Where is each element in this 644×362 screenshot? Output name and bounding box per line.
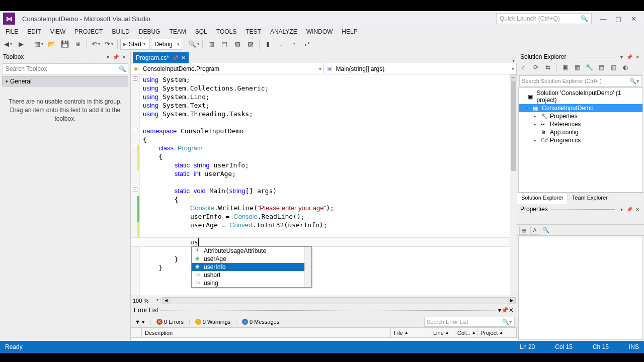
intellisense-item-selected[interactable]: ◉userInfo: [192, 263, 311, 271]
code-editor[interactable]: − − − − using System; using System.Colle…: [131, 74, 517, 296]
close-icon[interactable]: ✕: [120, 53, 127, 60]
maximize-button[interactable]: ▢: [611, 13, 626, 24]
pin-icon[interactable]: 📌: [626, 53, 633, 60]
chevron-down-icon[interactable]: ▾: [618, 53, 625, 60]
pin-icon[interactable]: 📌: [626, 206, 633, 213]
sync-icon[interactable]: ⇆: [543, 64, 552, 73]
close-icon[interactable]: ✕: [509, 307, 514, 314]
menu-window[interactable]: WINDOW: [302, 27, 338, 37]
fold-icon[interactable]: −: [133, 128, 137, 132]
toolbar-btn-4[interactable]: ▨: [245, 38, 257, 50]
toolbar-btn-6[interactable]: ↓: [275, 38, 287, 50]
toolbox-group-general[interactable]: ▾General: [2, 76, 128, 86]
split-editor-button[interactable]: ÷: [510, 74, 517, 81]
menu-tools[interactable]: TOOLS: [212, 27, 241, 37]
col-file[interactable]: File ▲: [391, 328, 430, 337]
chevron-down-icon[interactable]: ▾: [618, 206, 625, 213]
close-icon[interactable]: ✕: [181, 55, 186, 61]
tree-item-properties[interactable]: ▸🔧Properties: [519, 112, 642, 120]
new-project-button[interactable]: ▦: [33, 38, 45, 50]
save-button[interactable]: 💾: [59, 38, 71, 50]
toolbar-btn-2[interactable]: ▤: [218, 38, 230, 50]
close-button[interactable]: ✕: [626, 13, 641, 24]
intellisense-scrollbar[interactable]: [304, 247, 311, 287]
pin-icon[interactable]: 📌: [112, 53, 119, 60]
menu-debug[interactable]: DEBUG: [134, 27, 165, 37]
menu-test[interactable]: TEST: [241, 27, 266, 37]
tab-team-explorer[interactable]: Team Explorer: [568, 193, 612, 204]
collapse-icon[interactable]: ▣: [560, 64, 570, 73]
intellisense-item[interactable]: ▭using: [192, 279, 311, 287]
undo-button[interactable]: ↶: [90, 38, 102, 50]
properties-grid[interactable]: [518, 237, 643, 340]
pin-icon[interactable]: 📌: [501, 307, 509, 314]
messages-toggle[interactable]: i0 Messages: [240, 318, 281, 326]
properties-icon[interactable]: 🔧: [585, 64, 594, 73]
toolbar-btn-3[interactable]: ▧: [231, 38, 244, 50]
toolbar-btn-7[interactable]: ↑: [288, 38, 300, 50]
home-icon[interactable]: ⌂: [519, 64, 528, 73]
solution-search[interactable]: Search Solution Explorer (Ctrl+;)🔍▾: [519, 75, 642, 86]
menu-sql[interactable]: SQL: [191, 27, 212, 37]
tree-item-appconfig[interactable]: 🗎App.config: [519, 128, 642, 136]
menu-edit[interactable]: EDIT: [23, 27, 45, 37]
tree-item-programcs[interactable]: ▸C#Program.cs: [519, 136, 642, 144]
props-search-icon[interactable]: 🔍: [541, 226, 550, 235]
type-nav-dropdown[interactable]: ◆ConsoleInputDemo.Program: [131, 63, 324, 74]
refresh-icon[interactable]: ⟳: [531, 64, 540, 73]
zoom-select[interactable]: 100 %: [131, 298, 161, 304]
col-line[interactable]: Line ▲: [430, 328, 454, 337]
menu-view[interactable]: VIEW: [46, 27, 70, 37]
col-icon[interactable]: [131, 328, 142, 337]
toolbox-search-input[interactable]: [3, 65, 117, 72]
fold-icon[interactable]: −: [133, 188, 137, 192]
errorlist-search[interactable]: Search Error List🔍▾: [424, 317, 515, 327]
chevron-down-icon[interactable]: ▾: [104, 53, 111, 60]
start-debug-button[interactable]: ▶Start▾: [120, 39, 150, 50]
solution-tree[interactable]: ▣Solution 'ConsoleInputDemo' (1 project)…: [518, 87, 643, 193]
doc-tab-program[interactable]: Program.cs* 📌 ✕: [133, 52, 189, 63]
open-file-button[interactable]: 📂: [46, 38, 58, 50]
fold-icon[interactable]: −: [133, 76, 137, 81]
col-column[interactable]: Col... ▲: [454, 328, 477, 337]
nav-forward-button[interactable]: ▶: [15, 38, 27, 50]
alphabetical-button[interactable]: A: [530, 226, 539, 235]
member-nav-dropdown[interactable]: ▣Main(string[] args): [324, 63, 517, 74]
intellisense-item[interactable]: ▭ushort: [192, 271, 311, 279]
intellisense-item[interactable]: ◉userAge: [192, 255, 311, 263]
toolbar-btn-5[interactable]: ▮: [262, 38, 274, 50]
warnings-toggle[interactable]: !0 Warnings: [193, 318, 232, 326]
horizontal-scrollbar[interactable]: ◀▶: [162, 297, 516, 304]
tab-solution-explorer[interactable]: Solution Explorer: [517, 193, 568, 204]
scope-icon[interactable]: ◐: [621, 64, 630, 73]
menu-build[interactable]: BUILD: [107, 27, 134, 37]
solution-node[interactable]: ▣Solution 'ConsoleInputDemo' (1 project): [519, 89, 642, 104]
menu-file[interactable]: FILE: [1, 27, 23, 37]
menu-analyze[interactable]: ANALYZE: [266, 27, 302, 37]
menu-project[interactable]: PROJECT: [70, 27, 107, 37]
save-all-button[interactable]: 🗎: [72, 38, 84, 50]
menu-help[interactable]: HELP: [337, 27, 362, 37]
tab-overflow-button[interactable]: ▾: [510, 58, 517, 63]
find-button[interactable]: 🔍: [188, 38, 200, 50]
fold-icon[interactable]: −: [133, 145, 137, 149]
close-icon[interactable]: ✕: [634, 53, 641, 60]
tree-item-references[interactable]: ▸▪▪References: [519, 120, 642, 128]
close-icon[interactable]: ✕: [634, 206, 641, 213]
config-select[interactable]: Debug: [151, 39, 182, 50]
quick-launch-input[interactable]: Quick Launch (Ctrl+Q) 🔍: [496, 13, 592, 24]
col-description[interactable]: Description: [142, 328, 391, 337]
pin-icon[interactable]: 📌: [172, 55, 178, 61]
categorized-button[interactable]: ▤: [519, 226, 528, 235]
toolbar-btn-1[interactable]: ▥: [205, 38, 217, 50]
minimize-button[interactable]: —: [596, 13, 611, 24]
properties-object-select[interactable]: [517, 215, 644, 225]
vertical-scrollbar[interactable]: [510, 74, 517, 296]
view-icon[interactable]: ▥: [609, 64, 618, 73]
intellisense-item[interactable]: ✦AttributeUsageAttribute: [192, 247, 311, 255]
show-all-icon[interactable]: ▦: [573, 64, 582, 73]
errors-toggle[interactable]: ✕0 Errors: [154, 318, 186, 326]
menu-team[interactable]: TEAM: [165, 27, 190, 37]
preview-icon[interactable]: ▤: [597, 64, 606, 73]
toolbar-btn-8[interactable]: ⇄: [301, 38, 313, 50]
